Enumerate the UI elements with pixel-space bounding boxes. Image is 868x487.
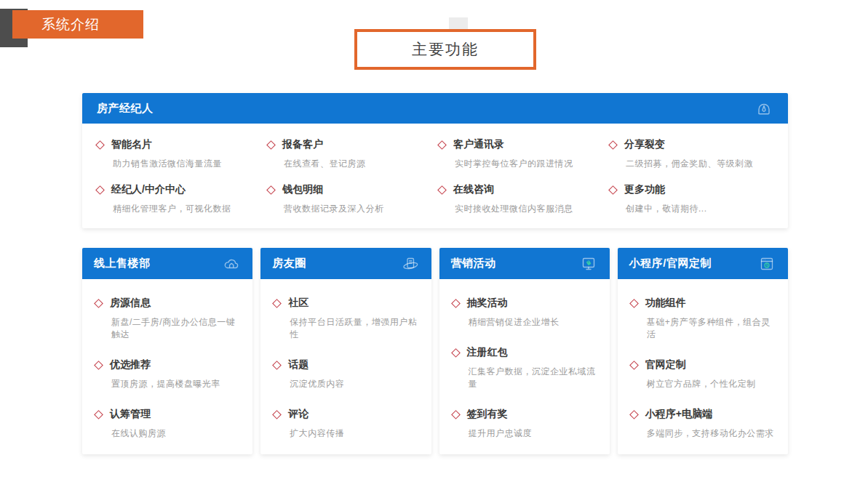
feature-item: 官网定制 树立官方品牌，个性化定制 — [629, 355, 776, 393]
diamond-bullet-icon — [95, 140, 105, 150]
monitor-tag-icon — [579, 254, 598, 273]
feature-desc: 置顶房源，提高楼盘曝光率 — [94, 378, 241, 390]
card-body: 社区 保持平台日活跃量，增强用户粘性 话题 沉淀优质内容 评论 扩大内容传播 — [260, 279, 431, 454]
feature-title: 客户通讯录 — [453, 138, 504, 151]
feature-item: 客户通讯录 实时掌控每位客户的跟进情况 — [437, 135, 604, 173]
card-miniprogram-website-custom: 小程序/官网定制 功能组件 基础+房产等多种组件，组合灵活 — [618, 248, 788, 454]
feature-desc: 创建中，敬请期待... — [608, 203, 775, 215]
card-title: 营销活动 — [451, 257, 496, 270]
feature-desc: 在线认购房源 — [94, 427, 241, 440]
feature-item: 智能名片 助力销售激活微信海量流量 — [95, 135, 262, 173]
card-body: 抽奖活动 精细营销促进企业增长 注册红包 汇集客户数据，沉淀企业私域流量 签到有… — [439, 279, 610, 454]
diamond-bullet-icon — [272, 410, 282, 419]
feature-item: 评论 扩大内容传播 — [272, 405, 419, 443]
feature-desc: 助力销售激活微信海量流量 — [95, 158, 262, 170]
page-title-badge: 系统介绍 — [12, 10, 143, 39]
card-title: 小程序/官网定制 — [629, 257, 712, 270]
cloud-house-icon — [222, 254, 241, 273]
diamond-bullet-icon — [94, 299, 103, 308]
feature-item: 抽奖活动 精细营销促进企业增长 — [451, 294, 598, 331]
feature-item: 小程序+电脑端 多端同步，支持移动化办公需求 — [629, 405, 776, 443]
feature-title: 优选推荐 — [110, 358, 151, 371]
diamond-bullet-icon — [94, 410, 103, 419]
feature-item: 优选推荐 置顶房源，提高楼盘曝光率 — [94, 355, 241, 393]
diamond-bullet-icon — [266, 185, 276, 195]
feature-title: 分享裂变 — [624, 138, 665, 151]
card-body: 房源信息 新盘/二手房/商业办公信息一键触达 优选推荐 置顶房源，提高楼盘曝光率… — [82, 279, 252, 454]
feature-desc: 营收数据记录及深入分析 — [266, 203, 433, 215]
card-header: 营销活动 — [439, 248, 610, 279]
feature-item: 报备客户 在线查看、登记房源 — [266, 135, 433, 173]
feature-desc: 基础+房产等多种组件，组合灵活 — [629, 316, 776, 341]
diamond-bullet-icon — [629, 299, 639, 308]
feature-title: 评论 — [288, 408, 308, 421]
card-real-estate-agent: 房产经纪人 智能名片 助力销售激活微信海量流量 报备客户 在线查看、登记房源 客… — [82, 93, 788, 228]
feature-item: 话题 沉淀优质内容 — [272, 355, 419, 393]
feature-desc: 精细营销促进企业增长 — [451, 316, 598, 329]
feature-title: 小程序+电脑端 — [645, 408, 712, 421]
diamond-bullet-icon — [451, 299, 461, 308]
card-body: 功能组件 基础+房产等多种组件，组合灵活 官网定制 树立官方品牌，个性化定制 小… — [618, 279, 788, 454]
diamond-bullet-icon — [608, 140, 618, 150]
card-title: 房友圈 — [272, 257, 306, 270]
community-orbit-icon — [401, 254, 420, 273]
card-marketing-activities: 营销活动 抽奖活动 精细营销促进企业增长 注册红包 汇 — [439, 248, 610, 454]
feature-title: 官网定制 — [645, 358, 686, 371]
feature-item: 经纪人/中介中心 精细化管理客户，可视化数据 — [95, 180, 262, 218]
feature-desc: 沉淀优质内容 — [272, 378, 419, 390]
feature-title: 经纪人/中介中心 — [111, 183, 186, 196]
feature-item: 签到有奖 提升用户忠诚度 — [451, 405, 598, 443]
slide: 系统介绍 主要功能 房产经纪人 智能名片 助力销售激活微信海量流量 报备客户 在… — [0, 0, 868, 487]
feature-desc: 二级招募，佣金奖励、等级刺激 — [608, 158, 775, 170]
card-online-sales-office: 线上售楼部 房源信息 新盘/二手房/商业办公信息一键触达 优选推荐 置顶房源，提… — [82, 248, 252, 454]
feature-item: 在线咨询 实时接收处理微信内客服消息 — [437, 180, 604, 218]
diamond-bullet-icon — [272, 361, 282, 370]
diamond-bullet-icon — [437, 140, 447, 150]
feature-desc: 保持平台日活跃量，增强用户粘性 — [272, 316, 419, 341]
diamond-bullet-icon — [629, 410, 639, 419]
diamond-bullet-icon — [95, 185, 105, 195]
diamond-bullet-icon — [451, 410, 461, 419]
feature-title: 智能名片 — [111, 138, 152, 151]
feature-title: 功能组件 — [645, 297, 686, 310]
feature-desc: 在线查看、登记房源 — [266, 158, 433, 170]
feature-item: 分享裂变 二级招募，佣金奖励、等级刺激 — [608, 135, 775, 173]
feature-desc: 提升用户忠诚度 — [451, 427, 598, 440]
feature-desc: 汇集客户数据，沉淀企业私域流量 — [451, 366, 598, 390]
section-title: 主要功能 — [354, 29, 536, 70]
diamond-bullet-icon — [629, 361, 639, 370]
cards-row: 线上售楼部 房源信息 新盘/二手房/商业办公信息一键触达 优选推荐 置顶房源，提… — [82, 248, 788, 454]
feature-title: 社区 — [288, 297, 308, 310]
diamond-bullet-icon — [437, 185, 447, 195]
card-header: 房友圈 — [260, 248, 431, 279]
feature-title: 话题 — [288, 358, 308, 371]
diamond-bullet-icon — [272, 299, 282, 308]
feature-item: 注册红包 汇集客户数据，沉淀企业私域流量 — [451, 343, 598, 393]
feature-desc: 树立官方品牌，个性化定制 — [629, 378, 776, 390]
card-housing-friends-circle: 房友圈 社区 保持平台日活跃量，增强用户粘性 话题 沉淀优质内容 — [260, 248, 431, 454]
diamond-bullet-icon — [608, 185, 618, 195]
feature-desc: 精细化管理客户，可视化数据 — [95, 203, 262, 215]
feature-item: 认筹管理 在线认购房源 — [94, 405, 241, 443]
diamond-bullet-icon — [266, 140, 276, 150]
feature-title: 房源信息 — [110, 297, 151, 310]
feature-desc: 扩大内容传播 — [272, 427, 419, 440]
feature-title: 在线咨询 — [453, 183, 494, 196]
feature-title: 认筹管理 — [110, 408, 151, 421]
feature-desc: 新盘/二手房/商业办公信息一键触达 — [94, 316, 241, 341]
feature-title: 抽奖活动 — [467, 297, 508, 310]
feature-desc: 实时掌控每位客户的跟进情况 — [437, 158, 604, 170]
feature-item: 钱包明细 营收数据记录及深入分析 — [266, 180, 433, 218]
diamond-bullet-icon — [94, 361, 103, 370]
feature-title: 签到有奖 — [467, 408, 508, 421]
feature-title: 更多功能 — [624, 183, 665, 196]
card-header: 线上售楼部 — [82, 248, 252, 279]
feature-title: 注册红包 — [467, 346, 508, 359]
feature-item: 更多功能 创建中，敬请期待... — [608, 180, 775, 218]
feature-item: 社区 保持平台日活跃量，增强用户粘性 — [272, 294, 419, 344]
card-header: 小程序/官网定制 — [618, 248, 788, 279]
feature-item: 房源信息 新盘/二手房/商业办公信息一键触达 — [94, 294, 241, 344]
card-title: 房产经纪人 — [97, 102, 154, 116]
card-title: 线上售楼部 — [94, 257, 151, 270]
browser-window-icon — [757, 254, 776, 273]
